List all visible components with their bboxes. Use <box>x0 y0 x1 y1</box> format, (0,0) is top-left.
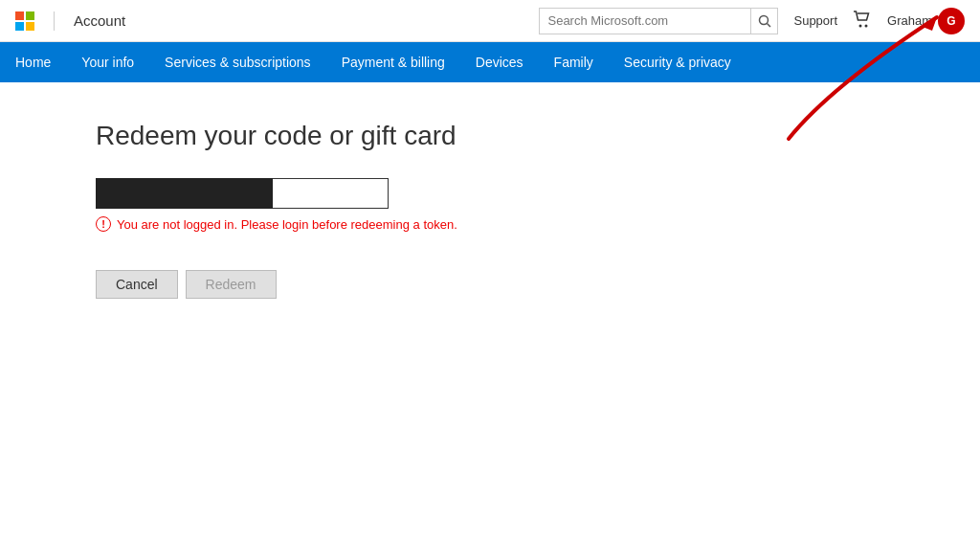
header: Account Support Graham <box>0 0 980 42</box>
navbar: Home Your info Services & subscriptions … <box>0 42 980 82</box>
search-input[interactable] <box>540 9 750 34</box>
button-row: Cancel Redeem <box>96 270 884 299</box>
redeem-code-input[interactable] <box>96 178 389 209</box>
logo-sq-green <box>26 11 34 20</box>
nav-security[interactable]: Security & privacy <box>609 42 746 82</box>
nav-family[interactable]: Family <box>539 42 609 82</box>
logo-sq-yellow <box>26 22 34 31</box>
microsoft-logo <box>15 11 34 31</box>
svg-point-3 <box>865 24 868 27</box>
support-link[interactable]: Support <box>793 13 837 28</box>
nav-your-info[interactable]: Your info <box>66 42 149 82</box>
error-icon: ! <box>96 216 111 232</box>
account-title: Account <box>74 12 125 29</box>
header-divider <box>54 11 55 31</box>
nav-devices[interactable]: Devices <box>460 42 539 82</box>
cart-icon[interactable] <box>853 11 872 32</box>
search-button[interactable] <box>750 8 777 34</box>
svg-point-2 <box>859 24 862 27</box>
avatar: G <box>938 8 965 34</box>
svg-line-1 <box>767 23 770 27</box>
error-message: ! You are not logged in. Please login be… <box>96 216 884 232</box>
svg-point-0 <box>759 15 768 24</box>
logo-sq-blue <box>15 22 24 31</box>
search-box[interactable] <box>539 8 778 34</box>
logo-sq-red <box>15 11 24 20</box>
user-menu[interactable]: Graham G <box>887 8 965 34</box>
redeem-button[interactable]: Redeem <box>186 270 277 299</box>
logo-area: Account <box>15 11 125 31</box>
page-title: Redeem your code or gift card <box>96 121 884 151</box>
user-name: Graham <box>887 13 932 28</box>
nav-services[interactable]: Services & subscriptions <box>149 42 326 82</box>
header-actions: Support Graham G <box>793 8 965 34</box>
main-content: Redeem your code or gift card ! You are … <box>0 82 980 337</box>
cancel-button[interactable]: Cancel <box>96 270 178 299</box>
redeem-input-wrapper <box>96 178 389 209</box>
nav-payment[interactable]: Payment & billing <box>326 42 460 82</box>
nav-home[interactable]: Home <box>0 42 66 82</box>
